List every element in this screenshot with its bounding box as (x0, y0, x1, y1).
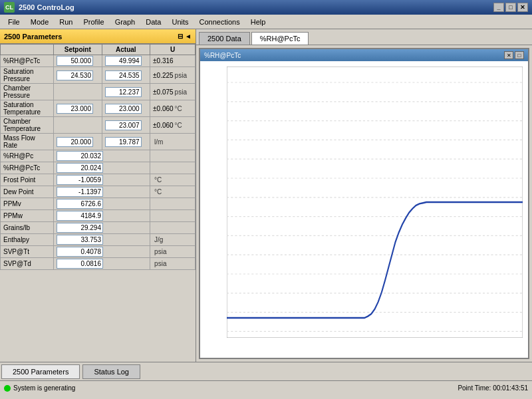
value-input[interactable] (57, 163, 103, 173)
row-actual (102, 84, 150, 100)
maximize-button[interactable]: □ (505, 3, 516, 12)
table-row: Frost Point °C (1, 174, 196, 186)
chart-content: 85 80 75 70 65 60 55 50 45 40 35 30 25 2… (200, 61, 528, 358)
table-row: Saturation Temperature ±0.060°C (1, 100, 196, 117)
menu-item-units[interactable]: Units (166, 17, 194, 27)
table-row: Chamber Temperature ±0.060°C (1, 117, 196, 134)
setpoint-input[interactable] (57, 137, 93, 147)
row-value (54, 234, 150, 246)
actual-input[interactable] (105, 56, 142, 66)
actual-input[interactable] (105, 104, 142, 114)
value-input[interactable] (57, 199, 103, 209)
menu-item-connections[interactable]: Connections (194, 17, 245, 27)
row-name: PPMv (1, 198, 54, 210)
status-indicator (4, 385, 11, 392)
menu-item-mode[interactable]: Mode (25, 17, 55, 27)
table-row: Saturation Pressure ±0.225psia (1, 67, 196, 84)
table-row: SVP@Tt psia (1, 246, 196, 258)
menu-item-file[interactable]: File (3, 17, 25, 27)
row-name: Dew Point (1, 186, 54, 198)
row-value (54, 258, 150, 270)
row-value (54, 162, 150, 174)
value-input[interactable] (57, 187, 103, 197)
status-message: System is generating (13, 384, 75, 392)
tab-2500-data[interactable]: 2500 Data (199, 32, 250, 45)
row-unit (150, 150, 196, 162)
value-input[interactable] (57, 247, 103, 257)
table-row: %RH@PcTc (1, 162, 196, 174)
row-unit: °C (150, 186, 196, 198)
row-name: %RH@PcTc (1, 162, 54, 174)
row-unit: psia (150, 258, 196, 270)
value-input[interactable] (57, 211, 103, 221)
row-value (54, 150, 150, 162)
row-u: ±0.225psia (150, 67, 196, 84)
row-unit: J/g (150, 234, 196, 246)
value-input[interactable] (57, 235, 103, 245)
row-u: l/m (150, 134, 196, 150)
table-row: Mass Flow Rate l/m (1, 134, 196, 150)
row-actual (102, 100, 150, 117)
params-table: Setpoint Actual U %RH@PcTc ±0.316 Satura… (0, 44, 196, 270)
bottom-tabs: 2500 Parameters Status Log (0, 362, 532, 380)
row-u: ±0.060°C (150, 100, 196, 117)
row-name: Frost Point (1, 174, 54, 186)
params-title: 2500 Parameters (4, 33, 62, 41)
row-unit (150, 210, 196, 222)
row-actual (102, 134, 150, 150)
point-time: Point Time: 00:01:43:51 (458, 384, 528, 392)
row-name: Chamber Pressure (1, 84, 54, 100)
col-header-u: U (150, 45, 196, 55)
setpoint-input[interactable] (57, 70, 93, 80)
params-table-container[interactable]: Setpoint Actual U %RH@PcTc ±0.316 Satura… (0, 44, 196, 362)
row-value (54, 174, 150, 186)
bottom-tab-statuslog[interactable]: Status Log (82, 364, 140, 379)
table-row: Chamber Pressure ±0.075psia (1, 84, 196, 100)
row-name: PPMw (1, 210, 54, 222)
row-setpoint (54, 117, 102, 134)
row-u: ±0.060°C (150, 117, 196, 134)
actual-input[interactable] (105, 70, 142, 80)
chart-title: %RH@PcTc (204, 52, 241, 59)
chart-window: %RH@PcTc ✕ □ (199, 48, 529, 359)
row-setpoint (54, 84, 102, 100)
setpoint-input[interactable] (57, 56, 93, 66)
setpoint-input[interactable] (57, 104, 93, 114)
minimize-button[interactable]: _ (493, 3, 504, 12)
row-name: Saturation Temperature (1, 100, 54, 117)
close-button[interactable]: ✕ (517, 3, 528, 12)
pin-icon[interactable]: ⊟ ◄ (178, 33, 192, 40)
value-input[interactable] (57, 223, 103, 233)
menu-bar: FileModeRunProfileGraphDataUnitsConnecti… (0, 15, 532, 29)
menu-item-graph[interactable]: Graph (110, 17, 141, 27)
row-actual (102, 55, 150, 67)
menu-item-help[interactable]: Help (245, 17, 271, 27)
row-name: Saturation Pressure (1, 67, 54, 84)
actual-input[interactable] (105, 137, 142, 147)
table-row: PPMv (1, 198, 196, 210)
value-input[interactable] (57, 175, 103, 185)
chart-close-button[interactable]: ✕ (504, 51, 513, 59)
bottom-tab-params[interactable]: 2500 Parameters (1, 364, 80, 379)
actual-input[interactable] (105, 87, 142, 97)
window-controls: _ □ ✕ (493, 3, 528, 12)
value-input[interactable] (57, 151, 103, 161)
table-row: %RH@Pc (1, 150, 196, 162)
row-actual (102, 67, 150, 84)
row-name: SVP@Td (1, 258, 54, 270)
row-value (54, 186, 150, 198)
row-name: Enthalpy (1, 234, 54, 246)
table-row: %RH@PcTc ±0.316 (1, 55, 196, 67)
app-title: 2500 ControLog (19, 3, 493, 11)
value-input[interactable] (57, 259, 103, 269)
row-unit: psia (150, 246, 196, 258)
table-row: SVP@Td psia (1, 258, 196, 270)
chart-titlebar: %RH@PcTc ✕ □ (200, 49, 528, 61)
menu-item-run[interactable]: Run (54, 17, 78, 27)
row-u: ±0.075psia (150, 84, 196, 100)
menu-item-data[interactable]: Data (140, 17, 166, 27)
menu-item-profile[interactable]: Profile (78, 17, 109, 27)
actual-input[interactable] (105, 120, 142, 130)
tab-rh-pctc[interactable]: %RH@PcTc (251, 32, 309, 45)
chart-restore-button[interactable]: □ (515, 51, 524, 59)
